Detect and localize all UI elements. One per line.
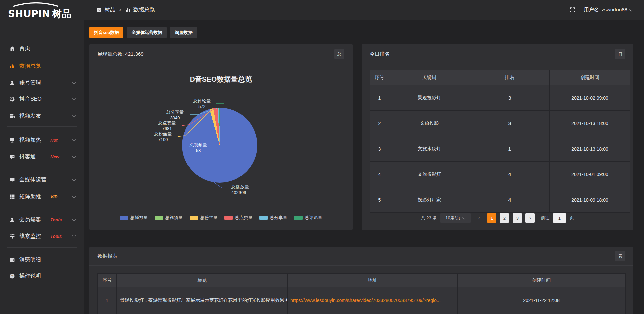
col-header-created: 创建时间 bbox=[550, 70, 630, 85]
sidebar-item-lead-monitor[interactable]: 线索监控 Tools bbox=[0, 228, 84, 244]
tab-inquiry[interactable]: 询盘数据 bbox=[170, 27, 197, 38]
page-button-1[interactable]: 1 bbox=[487, 213, 496, 223]
sidebar-item-video-heat[interactable]: 视频加热 Hot bbox=[0, 132, 84, 148]
table-toggle-button[interactable]: 表 bbox=[615, 251, 625, 261]
sidebar-divider bbox=[7, 247, 77, 248]
overview-panel: 展现量总数: 421,369 总 D音SEO数据量总览 总评论量 572 总分享… bbox=[89, 44, 353, 230]
col-header-rank: 排名 bbox=[470, 70, 550, 85]
tab-douyin-seo[interactable]: 抖音seo数据 bbox=[89, 27, 123, 38]
legend-item-likes[interactable]: 总点赞量 bbox=[224, 215, 253, 221]
breadcrumb-root[interactable]: 树品 bbox=[105, 6, 115, 13]
page-button-3[interactable]: 3 bbox=[513, 213, 522, 223]
legend-item-videos[interactable]: 总视频量 bbox=[155, 215, 183, 221]
cell-rank: 3 bbox=[470, 85, 550, 111]
legend-swatch bbox=[120, 216, 128, 220]
vip-badge: VIP bbox=[50, 194, 57, 199]
sidebar-item-data-overview[interactable]: 数据总览 bbox=[0, 58, 84, 74]
summary-value: 421,369 bbox=[125, 51, 143, 57]
pie-label-name: 总点赞量 bbox=[154, 120, 180, 126]
svg-text:?: ? bbox=[11, 274, 13, 278]
label-lines bbox=[89, 64, 353, 230]
page-button-2[interactable]: 2 bbox=[500, 213, 509, 223]
page-size-select[interactable]: 10条/页 bbox=[440, 213, 471, 223]
next-page-button[interactable]: › bbox=[525, 213, 535, 223]
chevron-down-icon bbox=[72, 217, 76, 221]
pie-label-value: 58 bbox=[185, 148, 212, 153]
legend-swatch bbox=[294, 216, 303, 220]
overview-panel-header: 展现量总数: 421,369 总 bbox=[89, 44, 353, 64]
sidebar-divider bbox=[7, 126, 77, 127]
sidebar-item-account[interactable]: 账号管理 bbox=[0, 74, 84, 91]
chevron-down-icon bbox=[72, 177, 76, 181]
pagination: 共 23 条 10条/页 ‹ 1 2 3 › 前往 页 bbox=[362, 213, 633, 223]
cell-url-link[interactable]: https://www.iesdouyin.com/share/video/70… bbox=[288, 287, 458, 313]
username-label: 用户名: zswodun88 bbox=[584, 7, 627, 13]
sidebar-item-member-burst[interactable]: 会员爆客 Tools bbox=[0, 212, 84, 228]
pie-label-comments: 总评论量 572 bbox=[189, 98, 215, 109]
legend-item-plays[interactable]: 总播放量 bbox=[120, 215, 148, 221]
pie-label-value: 402909 bbox=[231, 190, 262, 195]
table-row: 4 文旅投影灯 4 2021-10-01 09:00 bbox=[370, 162, 630, 187]
tab-media-operation[interactable]: 全媒体运营数据 bbox=[127, 27, 167, 38]
col-header-index: 序号 bbox=[98, 274, 117, 287]
pie-label-name: 总评论量 bbox=[189, 98, 215, 104]
chevron-down-icon bbox=[72, 138, 76, 141]
sidebar-item-douyin-seo[interactable]: 抖音SEO bbox=[0, 91, 84, 107]
pie-label-name: 总播放量 bbox=[231, 184, 262, 190]
total-toggle-button[interactable]: 总 bbox=[334, 49, 344, 59]
wallet-icon bbox=[9, 257, 15, 263]
daily-toggle-button[interactable]: 日 bbox=[615, 49, 625, 59]
breadcrumb-current[interactable]: 数据总览 bbox=[133, 6, 155, 13]
user-menu[interactable]: 用户名: zswodun88 bbox=[584, 7, 633, 13]
sidebar: 首页 数据总览 账号管理 抖音SEO 视频发布 视频加热 Hot 抖客通 New… bbox=[0, 20, 84, 314]
sliders-icon bbox=[9, 233, 15, 239]
ranking-title: 今日排名 bbox=[370, 51, 390, 57]
legend-swatch bbox=[155, 216, 163, 220]
legend-swatch bbox=[259, 216, 268, 220]
sidebar-item-label: 矩阵助推 bbox=[19, 193, 41, 200]
ranking-panel: 今日排名 日 序号 关键词 排名 创建时间 1 景观投影灯 3 2021-10-… bbox=[362, 44, 633, 230]
legend-label: 总分享量 bbox=[270, 215, 287, 221]
legend-label: 总播放量 bbox=[130, 215, 148, 221]
pie-label-videos: 总视频量 58 bbox=[185, 142, 212, 153]
chevron-down-icon bbox=[72, 80, 76, 84]
sidebar-item-home[interactable]: 首页 bbox=[0, 40, 84, 56]
sidebar-item-consumption[interactable]: 消费明细 bbox=[0, 252, 84, 268]
cell-keyword: 文旅水纹灯 bbox=[389, 136, 470, 162]
sidebar-item-doukethong[interactable]: 抖客通 New bbox=[0, 149, 84, 165]
legend-item-fans[interactable]: 总粉丝量 bbox=[190, 215, 218, 221]
user-area: 用户名: zswodun88 bbox=[570, 0, 633, 20]
legend-item-comments[interactable]: 总评论量 bbox=[294, 215, 322, 221]
cell-keyword: 景观投影灯 bbox=[389, 85, 470, 111]
sidebar-item-help[interactable]: ? 操作说明 bbox=[0, 268, 84, 284]
pie-label-name: 总分享量 bbox=[162, 109, 189, 115]
pie-label-name: 总粉丝量 bbox=[150, 131, 176, 137]
cell-index: 3 bbox=[370, 136, 389, 162]
legend-swatch bbox=[224, 216, 233, 220]
cell-title: 景观投影灯，夜游景观投影灯厂家展示展示落花灯在花园里的灯光投影应用效果 # bbox=[117, 287, 288, 313]
sidebar-item-video-publish[interactable]: 视频发布 bbox=[0, 108, 84, 124]
goto-label: 前往 bbox=[541, 215, 549, 221]
sidebar-item-matrix-boost[interactable]: 矩阵助推 VIP bbox=[0, 189, 84, 205]
member-icon bbox=[9, 217, 15, 223]
table-header-row: 序号 标题 地址 创建时间 bbox=[98, 274, 626, 287]
legend-item-shares[interactable]: 总分享量 bbox=[259, 215, 287, 221]
ranking-table: 序号 关键词 排名 创建时间 1 景观投影灯 3 2021-10-02 09:0… bbox=[370, 70, 630, 213]
new-badge: New bbox=[50, 154, 59, 159]
cell-created: 2021-10-13 18:00 bbox=[550, 136, 630, 162]
table-row: 1 景观投影灯，夜游景观投影灯厂家展示展示落花灯在花园里的灯光投影应用效果 # … bbox=[98, 287, 626, 313]
pie-label-fans: 总粉丝量 7100 bbox=[150, 131, 176, 142]
top-bar: SHUPIN 树品 树品 > 数据总览 用户名: zswodun88 bbox=[0, 0, 644, 20]
sidebar-item-media-operation[interactable]: 全媒体运营 bbox=[0, 172, 84, 188]
pie-label-value: 572 bbox=[189, 104, 215, 109]
bar-chart-icon bbox=[9, 63, 15, 69]
cell-keyword: 文旅投影灯 bbox=[389, 162, 470, 187]
fullscreen-icon[interactable] bbox=[570, 7, 575, 13]
header-divider bbox=[84, 20, 644, 20]
goto-page-input[interactable] bbox=[553, 213, 566, 223]
total-count: 共 23 条 bbox=[421, 215, 437, 221]
prev-page-button[interactable]: ‹ bbox=[474, 213, 484, 223]
chevron-down-icon bbox=[72, 154, 76, 158]
logo-arc bbox=[11, 2, 61, 7]
table-header-row: 序号 关键词 排名 创建时间 bbox=[370, 70, 630, 85]
